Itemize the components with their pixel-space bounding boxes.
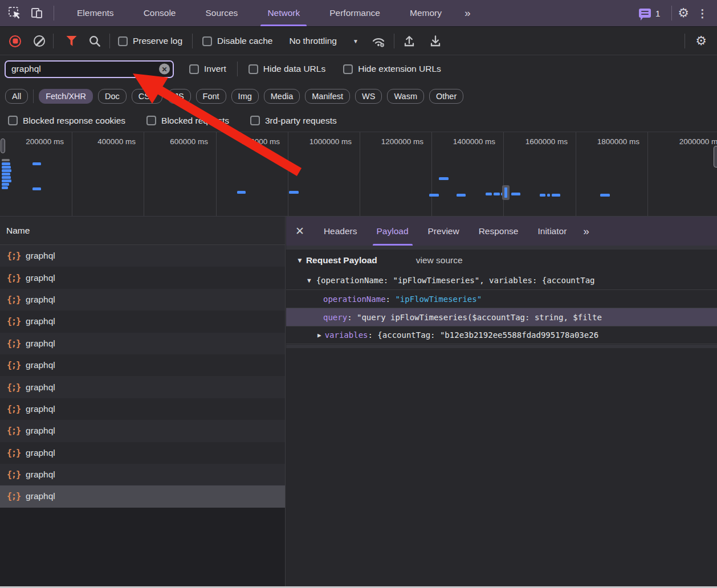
waterfall-bar[interactable] bbox=[511, 193, 520, 195]
filter-pill-font[interactable]: Font bbox=[196, 89, 226, 104]
blocked-response-cookies-toggle[interactable]: Blocked response cookies bbox=[8, 116, 125, 126]
table-row[interactable]: {;}graphql bbox=[0, 245, 285, 267]
overview-left-grip[interactable] bbox=[1, 138, 5, 153]
invert-checkbox[interactable] bbox=[189, 64, 199, 74]
disable-cache-checkbox[interactable] bbox=[202, 36, 212, 46]
tab-performance[interactable]: Performance bbox=[315, 0, 395, 26]
expand-triangle-icon[interactable]: ▼ bbox=[307, 277, 311, 284]
table-row[interactable]: {;}graphql bbox=[0, 267, 285, 288]
table-row[interactable]: {;}graphql bbox=[0, 420, 285, 442]
waterfall-bar[interactable] bbox=[494, 193, 500, 195]
payload-row-operationName[interactable]: operationName: "ipFlowTimeseries" bbox=[286, 289, 717, 308]
filter-pill-js[interactable]: JS bbox=[168, 89, 191, 104]
filter-pill-css[interactable]: CSS bbox=[132, 89, 162, 104]
import-har-icon[interactable] bbox=[402, 34, 416, 48]
table-row[interactable]: {;}graphql bbox=[0, 464, 285, 485]
view-source-link[interactable]: view source bbox=[416, 255, 463, 266]
clear-network-log-icon[interactable] bbox=[34, 35, 45, 47]
tab-console[interactable]: Console bbox=[129, 0, 191, 26]
waterfall-bar[interactable] bbox=[2, 169, 11, 172]
filter-pill-all[interactable]: All bbox=[5, 89, 28, 104]
blocked-requests-toggle[interactable]: Blocked requests bbox=[146, 116, 229, 126]
waterfall-bar[interactable] bbox=[457, 194, 466, 197]
waterfall-bar[interactable] bbox=[540, 194, 545, 197]
filter-pill-manifest[interactable]: Manifest bbox=[305, 89, 350, 104]
table-row[interactable]: {;}graphql bbox=[0, 485, 285, 507]
filter-pill-wasm[interactable]: Wasm bbox=[387, 89, 424, 104]
preserve-log-checkbox[interactable] bbox=[118, 36, 128, 46]
hide-extension-urls-toggle[interactable]: Hide extension URLs bbox=[343, 64, 441, 74]
tab-network[interactable]: Network bbox=[252, 0, 315, 26]
more-panels-icon[interactable]: » bbox=[457, 7, 478, 19]
waterfall-bar[interactable] bbox=[32, 162, 41, 165]
overview-right-grip[interactable] bbox=[714, 146, 717, 168]
table-row[interactable]: {;}graphql bbox=[0, 333, 285, 354]
detail-tab-response[interactable]: Response bbox=[469, 217, 528, 246]
filter-icon[interactable] bbox=[66, 36, 77, 47]
more-detail-tabs-icon[interactable]: » bbox=[576, 225, 595, 238]
hide-data-urls-checkbox[interactable] bbox=[248, 64, 258, 74]
inspect-element-icon[interactable] bbox=[7, 6, 22, 21]
name-column-header[interactable]: Name bbox=[0, 217, 285, 245]
collapse-triangle-icon[interactable]: ▼ bbox=[296, 256, 303, 264]
tab-elements[interactable]: Elements bbox=[62, 0, 129, 26]
close-detail-icon[interactable]: ✕ bbox=[286, 224, 314, 238]
waterfall-bar[interactable] bbox=[2, 162, 10, 165]
filter-pill-media[interactable]: Media bbox=[264, 89, 300, 104]
record-network-log-icon[interactable] bbox=[9, 35, 21, 47]
detail-tab-payload[interactable]: Payload bbox=[367, 217, 418, 246]
detail-tab-preview[interactable]: Preview bbox=[418, 217, 469, 246]
preserve-log-toggle[interactable]: Preserve log bbox=[118, 36, 182, 46]
table-row[interactable]: {;}graphql bbox=[0, 398, 285, 420]
search-icon[interactable] bbox=[88, 35, 101, 48]
waterfall-bar[interactable] bbox=[2, 159, 10, 161]
hide-extension-urls-checkbox[interactable] bbox=[343, 64, 353, 74]
payload-summary-row[interactable]: ▼ {operationName: "ipFlowTimeseries", va… bbox=[286, 271, 717, 289]
waterfall-bar[interactable] bbox=[2, 186, 8, 189]
invert-filter-toggle[interactable]: Invert bbox=[189, 64, 226, 74]
blocked-response-cookies-checkbox[interactable] bbox=[8, 116, 18, 125]
tab-memory[interactable]: Memory bbox=[395, 0, 457, 26]
filter-pill-other[interactable]: Other bbox=[429, 89, 463, 104]
filter-pill-img[interactable]: Img bbox=[231, 89, 259, 104]
waterfall-bar[interactable] bbox=[237, 191, 246, 194]
table-row[interactable]: {;}graphql bbox=[0, 442, 285, 464]
waterfall-bar[interactable] bbox=[552, 194, 560, 197]
waterfall-bar[interactable] bbox=[2, 173, 10, 175]
waterfall-bar[interactable] bbox=[289, 191, 299, 194]
waterfall-bar[interactable] bbox=[547, 194, 550, 197]
waterfall-bar[interactable] bbox=[2, 183, 9, 186]
network-conditions-icon[interactable] bbox=[371, 34, 386, 48]
clear-filter-icon[interactable]: ✕ bbox=[159, 64, 170, 75]
filter-pill-ws[interactable]: WS bbox=[355, 89, 382, 104]
expand-triangle-icon[interactable]: ▶ bbox=[317, 332, 321, 339]
customize-menu-icon[interactable]: ⋮ bbox=[689, 7, 717, 20]
table-row[interactable]: {;}graphql bbox=[0, 354, 285, 376]
table-row[interactable]: {;}graphql bbox=[0, 311, 285, 332]
third-party-requests-checkbox[interactable] bbox=[250, 116, 260, 125]
throttling-dropdown[interactable]: No throttling ▼ bbox=[284, 36, 358, 46]
export-har-icon[interactable] bbox=[429, 34, 442, 48]
detail-tab-initiator[interactable]: Initiator bbox=[528, 217, 576, 246]
settings-gear-icon[interactable]: ⚙ bbox=[678, 7, 689, 19]
waterfall-bar[interactable] bbox=[2, 166, 11, 169]
payload-row-variables[interactable]: ▶ variables: {accountTag: "b12e3b2192ee5… bbox=[286, 326, 717, 344]
disable-cache-toggle[interactable]: Disable cache bbox=[202, 36, 272, 46]
detail-tab-headers[interactable]: Headers bbox=[314, 217, 367, 246]
table-row[interactable]: {;}graphql bbox=[0, 289, 285, 311]
issues-message-icon[interactable] bbox=[639, 9, 651, 18]
waterfall-bar[interactable] bbox=[429, 194, 439, 197]
filter-input[interactable] bbox=[6, 64, 173, 74]
network-settings-gear-icon[interactable]: ⚙ bbox=[695, 35, 707, 47]
blocked-requests-checkbox[interactable] bbox=[146, 116, 156, 125]
payload-row-query-selected[interactable]: query: "query ipFlowTimeseries($accountT… bbox=[286, 308, 717, 326]
waterfall-bar[interactable] bbox=[2, 179, 11, 182]
waterfall-bar[interactable] bbox=[600, 194, 610, 197]
waterfall-bar[interactable] bbox=[486, 193, 492, 195]
filter-pill-doc[interactable]: Doc bbox=[98, 89, 127, 104]
network-overview-timeline[interactable]: 200000 ms400000 ms600000 ms800000 ms1000… bbox=[0, 132, 717, 217]
waterfall-bar[interactable] bbox=[32, 187, 41, 190]
issues-count[interactable]: 1 bbox=[655, 9, 660, 18]
waterfall-bar[interactable] bbox=[2, 176, 11, 179]
table-row[interactable]: {;}graphql bbox=[0, 376, 285, 398]
